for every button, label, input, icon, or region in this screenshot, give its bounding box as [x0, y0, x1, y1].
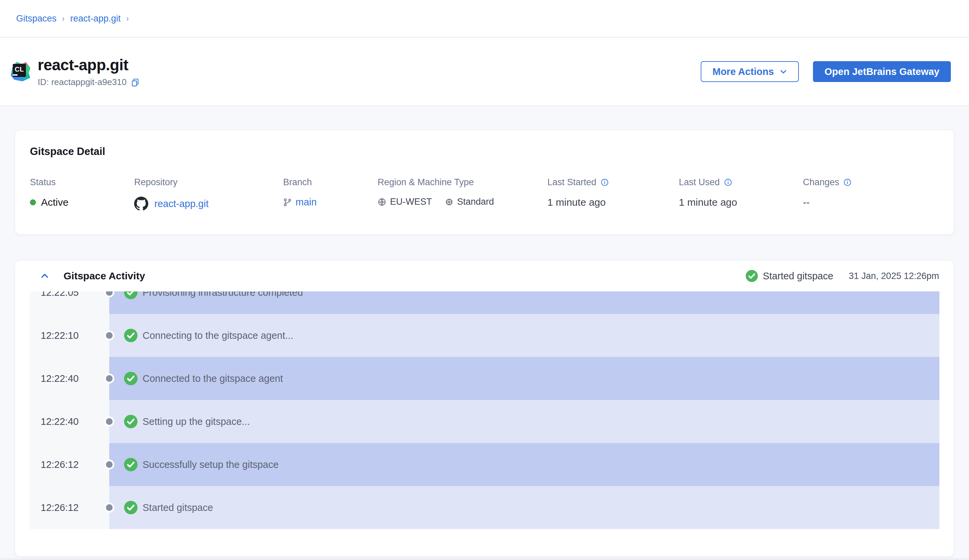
activity-status-text: Started gitspace [763, 271, 834, 282]
log-message-cell: Provisioning infrastructure completed [109, 291, 939, 314]
log-timestamp: 12:26:12 [30, 486, 109, 529]
status-active-dot-icon [30, 199, 36, 205]
breadcrumb-separator-icon: › [127, 13, 129, 24]
log-timestamp: 12:22:40 [30, 357, 109, 400]
repository-link[interactable]: react-app.git [154, 198, 208, 209]
more-actions-label: More Actions [713, 66, 774, 77]
breadcrumb-bar: Gitspaces › react-app.git › [0, 0, 969, 38]
log-message-cell: Started gitspace [109, 486, 939, 529]
breadcrumb-separator-icon: › [62, 13, 65, 24]
success-check-icon [746, 270, 758, 282]
activity-header: Gitspace Activity Started gitspace 31 Ja… [15, 261, 954, 291]
more-actions-button[interactable]: More Actions [701, 61, 799, 82]
log-timestamp: 12:26:12 [30, 443, 109, 486]
clion-icon-underscore [13, 74, 17, 76]
success-check-icon [124, 415, 138, 428]
last-used-label: Last Used [679, 177, 720, 188]
field-region-machine: Region & Machine Type EU-WEST [378, 177, 548, 211]
field-last-started: Last Started 1 minute ago [548, 177, 679, 211]
log-message: Started gitspace [143, 502, 213, 513]
page-header: CL react-app.git ID: reactappgit-a9e310 … [0, 38, 969, 106]
breadcrumb-link-gitspaces[interactable]: Gitspaces [16, 13, 57, 24]
log-message: Setting up the gitspace... [143, 416, 250, 427]
globe-icon [378, 198, 386, 206]
field-last-used: Last Used 1 minute ago [679, 177, 803, 211]
info-icon[interactable] [724, 178, 732, 186]
timeline-dot-icon [104, 417, 114, 427]
activity-log[interactable]: 12:22:05 Provisioning infrastructure com… [30, 291, 939, 529]
last-started-value: 1 minute ago [548, 197, 606, 208]
region-machine-label: Region & Machine Type [378, 177, 548, 188]
log-timestamp: 12:22:40 [30, 400, 109, 443]
page-bottom-divider [0, 558, 969, 560]
activity-log-row: 12:22:40 Connected to the gitspace agent [30, 357, 939, 400]
gitspace-activity-card: Gitspace Activity Started gitspace 31 Ja… [15, 260, 954, 557]
open-jetbrains-gateway-label: Open JetBrains Gateway [824, 66, 939, 77]
timeline-dot-icon [104, 502, 114, 513]
success-check-icon [124, 372, 138, 385]
activity-title: Gitspace Activity [63, 270, 145, 282]
machine-group: Standard [445, 197, 494, 207]
gitspace-detail-fields: Status Active Repository react-app.git [30, 177, 939, 211]
gitspace-id: ID: reactappgit-a9e310 [38, 77, 127, 87]
breadcrumb: Gitspaces › react-app.git › [16, 13, 129, 24]
machine-chip-icon [445, 198, 454, 206]
activity-log-row: 12:22:05 Provisioning infrastructure com… [30, 291, 939, 314]
last-started-label: Last Started [548, 177, 596, 188]
breadcrumb-link-gitspace[interactable]: react-app.git [70, 13, 121, 24]
title-block: react-app.git ID: reactappgit-a9e310 [38, 56, 140, 87]
success-check-icon [124, 329, 138, 342]
log-message: Provisioning infrastructure completed [143, 291, 303, 298]
success-check-icon [124, 291, 138, 299]
info-icon[interactable] [601, 178, 609, 186]
activity-timestamp: 31 Jan, 2025 12:26pm [849, 271, 939, 281]
info-icon[interactable] [844, 178, 851, 186]
gitspace-detail-card: Gitspace Detail Status Active Repository [15, 130, 954, 234]
copy-icon[interactable] [131, 78, 140, 87]
success-check-icon [124, 501, 138, 514]
log-message: Connecting to the gitspace agent... [143, 330, 293, 341]
status-value: Active [41, 197, 68, 208]
page-content: Gitspace Detail Status Active Repository [0, 106, 969, 559]
gitspace-detail-title: Gitspace Detail [30, 146, 939, 158]
log-message-cell: Setting up the gitspace... [109, 400, 939, 443]
github-icon [134, 197, 148, 211]
page-title: react-app.git [38, 56, 140, 74]
log-message-cell: Successfully setup the gitspace [109, 443, 939, 486]
log-message-cell: Connected to the gitspace agent [109, 357, 939, 400]
field-status: Status Active [30, 177, 134, 211]
log-message-cell: Connecting to the gitspace agent... [109, 314, 939, 357]
timeline-dot-icon [104, 374, 114, 384]
clion-icon-plate: CL [13, 64, 26, 77]
branch-link[interactable]: main [296, 197, 317, 208]
field-repository: Repository react-app.git [134, 177, 283, 211]
header-actions: More Actions Open JetBrains Gateway [701, 61, 951, 82]
timeline-dot-icon [104, 331, 114, 341]
log-message: Connected to the gitspace agent [143, 373, 283, 384]
region-group: EU-WEST [378, 197, 432, 207]
field-branch: Branch main [283, 177, 378, 211]
gitspace-id-row: ID: reactappgit-a9e310 [38, 77, 140, 87]
last-used-value: 1 minute ago [679, 197, 737, 208]
repository-label: Repository [134, 177, 283, 188]
log-message: Successfully setup the gitspace [143, 459, 279, 470]
region-value: EU-WEST [390, 197, 432, 207]
activity-header-status: Started gitspace 31 Jan, 2025 12:26pm [746, 270, 939, 282]
clion-ide-icon: CL [11, 62, 30, 81]
open-jetbrains-gateway-button[interactable]: Open JetBrains Gateway [813, 61, 951, 82]
git-branch-icon [283, 198, 292, 207]
changes-label: Changes [803, 177, 839, 188]
changes-value: -- [803, 197, 810, 208]
collapse-chevron-up-icon[interactable] [40, 271, 50, 281]
clion-icon-label: CL [15, 66, 24, 73]
chevron-down-icon [779, 68, 788, 76]
field-changes: Changes -- [803, 177, 939, 211]
activity-log-row: 12:26:12 Successfully setup the gitspace [30, 443, 939, 486]
success-check-icon [124, 458, 138, 471]
activity-log-row: 12:26:12 Started gitspace [30, 486, 939, 529]
log-timestamp: 12:22:10 [30, 314, 109, 357]
activity-log-row: 12:22:40 Setting up the gitspace... [30, 400, 939, 443]
machine-value: Standard [457, 197, 494, 207]
timeline-dot-icon [104, 460, 114, 470]
activity-log-row: 12:22:10 Connecting to the gitspace agen… [30, 314, 939, 357]
